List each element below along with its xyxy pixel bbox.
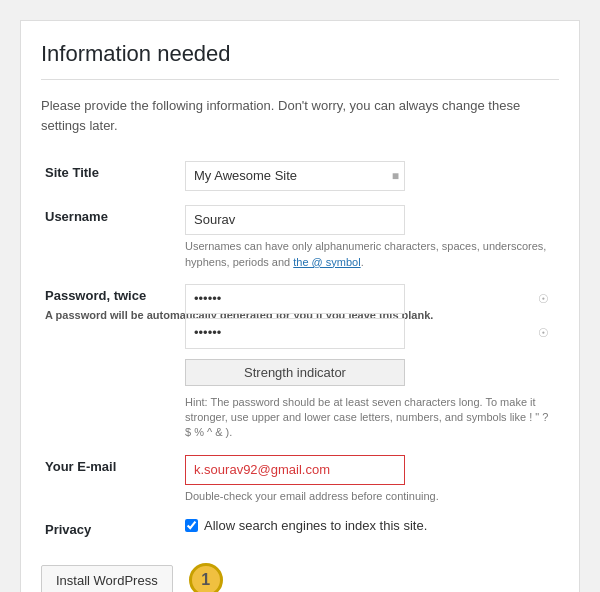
privacy-checkbox[interactable]: [185, 519, 198, 532]
site-title-row: Site Title ■: [41, 155, 559, 199]
password2-input[interactable]: [185, 318, 405, 348]
site-title-field-wrapper: ■: [185, 161, 405, 191]
privacy-checkbox-label: Allow search engines to index this site.: [204, 518, 427, 533]
site-title-input[interactable]: [185, 161, 405, 191]
username-input-cell: Usernames can have only alphanumeric cha…: [181, 199, 559, 278]
site-title-label: Site Title: [41, 155, 181, 199]
privacy-label: Privacy: [41, 512, 181, 545]
page-title: Information needed: [41, 41, 559, 80]
form-table: Site Title ■ Username Usernames can have…: [41, 155, 559, 545]
password1-icon: ☉: [538, 292, 549, 306]
password2-icon: ☉: [538, 326, 549, 340]
install-row: Install WordPress 1: [41, 563, 559, 592]
site-title-icon: ■: [392, 169, 399, 183]
page-container: Information needed Please provide the fo…: [20, 20, 580, 592]
site-title-input-cell: ■: [181, 155, 559, 199]
password2-wrapper: ☉: [185, 318, 555, 348]
email-hint: Double-check your email address before c…: [185, 489, 555, 504]
username-row: Username Usernames can have only alphanu…: [41, 199, 559, 278]
install-button[interactable]: Install WordPress: [41, 565, 173, 592]
privacy-checkbox-row: Allow search engines to index this site.: [185, 518, 555, 533]
strength-indicator-button[interactable]: Strength indicator: [185, 359, 405, 386]
password-label-note: A password will be automatically generat…: [45, 307, 175, 324]
email-input-cell: Double-check your email address before c…: [181, 449, 559, 513]
password1-input[interactable]: [185, 284, 405, 314]
username-label: Username: [41, 199, 181, 278]
password-label: Password, twice: [45, 288, 177, 303]
email-label: Your E-mail: [41, 449, 181, 513]
at-symbol-link: the @ symbol: [293, 256, 360, 268]
privacy-input-cell: Allow search engines to index this site.: [181, 512, 559, 545]
intro-text: Please provide the following information…: [41, 96, 559, 135]
password-fields: ☉ ☉ Strength indicator Hint: The passwor…: [185, 284, 555, 441]
privacy-row: Privacy Allow search engines to index th…: [41, 512, 559, 545]
password-label-cell: Password, twice A password will be autom…: [41, 278, 181, 449]
password-hint: Hint: The password should be at least se…: [185, 395, 555, 441]
password-input-cell: ☉ ☉ Strength indicator Hint: The passwor…: [181, 278, 559, 449]
step-badge: 1: [189, 563, 223, 592]
step-badge-number: 1: [201, 571, 210, 589]
email-input[interactable]: [185, 455, 405, 485]
username-hint: Usernames can have only alphanumeric cha…: [185, 239, 555, 270]
password1-wrapper: ☉: [185, 284, 555, 314]
email-row: Your E-mail Double-check your email addr…: [41, 449, 559, 513]
password-row: Password, twice A password will be autom…: [41, 278, 559, 449]
username-input[interactable]: [185, 205, 405, 235]
